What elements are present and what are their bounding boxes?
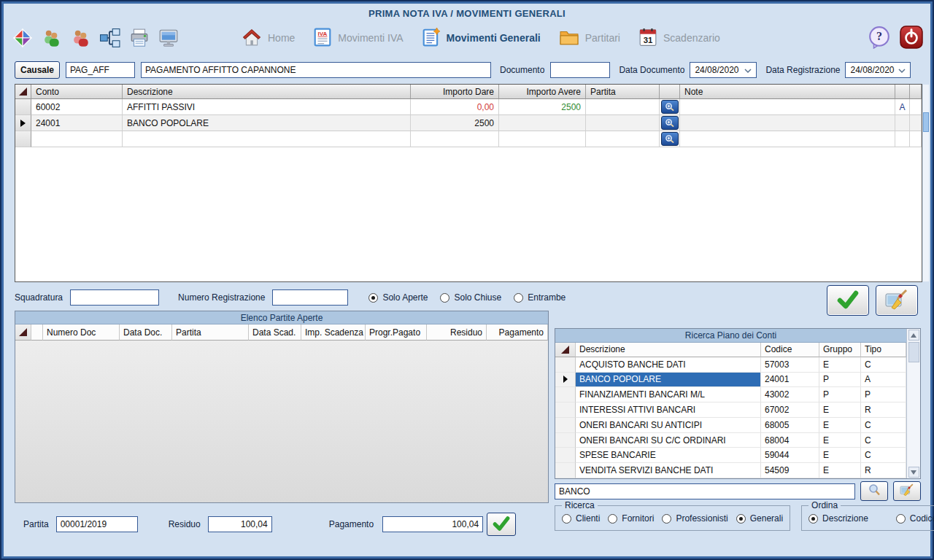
radio-solo-aperte[interactable]: Solo Aperte [368, 292, 428, 303]
cell-partita[interactable] [586, 115, 660, 131]
cell-tipo: C [861, 357, 906, 373]
cell-importo-avere[interactable]: 2500 [499, 99, 586, 115]
account-row[interactable]: SPESE BANCARIE 59044 E C [555, 448, 906, 463]
calendar-31-icon: 31 [639, 28, 657, 49]
radio-entrambe[interactable]: Entrambe [514, 292, 566, 303]
cell-importo-avere[interactable] [499, 115, 586, 131]
partita-lookup-button[interactable] [661, 100, 679, 114]
squadratura-input[interactable] [70, 289, 159, 306]
cell-conto[interactable] [31, 131, 123, 147]
scrollbar-thumb[interactable] [908, 342, 919, 362]
causale-code-input[interactable] [66, 62, 135, 78]
select-all-corner[interactable] [555, 343, 576, 357]
users-green-icon[interactable] [40, 26, 63, 50]
account-row[interactable]: ACQUISTO BANCHE DATI 57003 E C [555, 357, 906, 373]
radio-ordina-codice[interactable]: Codice [896, 513, 934, 524]
cell-note[interactable] [680, 99, 895, 115]
account-row-selected[interactable]: BANCO POPOLARE 24001 P A [555, 373, 906, 388]
scroll-up-button[interactable] [908, 330, 919, 341]
radio-clienti[interactable]: Clienti [562, 513, 600, 524]
residuo-input[interactable] [208, 516, 272, 532]
cell-importo-dare[interactable]: 0,00 [411, 99, 499, 115]
numero-registrazione-input[interactable] [272, 289, 348, 306]
scrollbar-track[interactable] [908, 341, 919, 467]
radio-solo-chiuse[interactable]: Solo Chiuse [440, 292, 501, 303]
cell-importo-avere[interactable] [499, 131, 586, 147]
causale-button[interactable]: Causale [15, 61, 60, 79]
tab-movimenti-generali[interactable]: Movimenti Generali [422, 28, 541, 49]
cell-extra[interactable] [910, 99, 922, 115]
current-row-arrow-icon [20, 120, 26, 127]
confirm-payment-button[interactable] [487, 513, 516, 536]
scroll-down-button[interactable] [908, 467, 919, 478]
partita-input[interactable] [56, 516, 138, 532]
cell-descrizione[interactable]: BANCO POPOLARE [123, 115, 411, 131]
data-documento-dropdown[interactable]: 24/08/2020 [690, 62, 757, 78]
conti-vertical-scrollbar[interactable] [906, 329, 920, 478]
radio-fornitori[interactable]: Fornitori [608, 513, 654, 524]
col-header: Partita [172, 324, 249, 341]
cell-importo-dare[interactable]: 2500 [411, 115, 499, 131]
account-row[interactable]: FINANZIAMENTI BANCARI M/L 43002 P P [555, 387, 906, 402]
nav-label: Partitari [585, 32, 620, 44]
cell-importo-dare[interactable] [411, 131, 499, 147]
tab-home[interactable]: Home [242, 28, 295, 48]
row-selector-current[interactable] [15, 115, 31, 131]
radio-generali[interactable]: Generali [736, 513, 783, 524]
cell-note[interactable] [680, 115, 895, 131]
monitor-icon[interactable] [157, 26, 180, 50]
search-button[interactable] [860, 481, 888, 501]
cell-flag[interactable]: A [895, 99, 910, 115]
account-row[interactable]: ONERI BANCARI SU ANTICIPI 68005 E C [555, 418, 906, 433]
cell-conto[interactable]: 24001 [31, 115, 123, 131]
svg-text:IVA: IVA [318, 30, 328, 36]
row-selector[interactable] [15, 131, 31, 147]
cell-descrizione[interactable] [123, 131, 411, 147]
partita-lookup-button[interactable] [661, 116, 679, 130]
confirm-button[interactable] [827, 285, 869, 316]
data-registrazione-label: Data Registrazione [765, 65, 840, 75]
toolbar [11, 25, 180, 51]
hierarchy-icon[interactable] [99, 26, 122, 50]
print-icon[interactable] [128, 26, 151, 50]
pagamento-input[interactable] [382, 516, 483, 532]
help-icon[interactable]: ? [868, 26, 891, 51]
cell-flag[interactable] [895, 131, 910, 147]
tab-movimenti-iva[interactable]: IVA Movimenti IVA [314, 28, 403, 49]
row-selector[interactable] [15, 99, 31, 115]
users-red-icon[interactable] [69, 26, 93, 50]
partita-lookup-button[interactable] [661, 132, 679, 146]
cell-note[interactable] [680, 131, 895, 147]
select-all-corner[interactable] [15, 85, 31, 99]
cell-extra[interactable] [910, 115, 922, 131]
cell-descrizione[interactable]: AFFITTI PASSIVI [123, 99, 411, 115]
clear-search-button[interactable] [893, 481, 921, 501]
check-icon [835, 289, 861, 313]
cell-flag[interactable] [895, 115, 910, 131]
clear-form-button[interactable] [876, 285, 918, 316]
col-header: Descrizione [576, 343, 761, 357]
radio-ordina-descrizione[interactable]: Descrizione [808, 513, 868, 524]
tab-partitari[interactable]: Partitari [560, 29, 620, 47]
causale-description-input[interactable] [141, 62, 491, 78]
cube-icon[interactable] [11, 26, 34, 50]
radio-icon [662, 514, 671, 524]
scrollbar-thumb[interactable] [923, 112, 929, 132]
data-registrazione-dropdown[interactable]: 24/08/2020 [845, 62, 911, 78]
account-row[interactable]: INTERESSI ATTIVI BANCARI 67002 E R [555, 402, 906, 418]
account-row[interactable]: ONERI BANCARI SU C/C ORDINARI 68004 E C [555, 433, 906, 448]
account-row[interactable]: VENDITA SERVIZI BANCHE DATI 54509 E R [555, 463, 906, 478]
cell-partita[interactable] [586, 99, 660, 115]
power-exit-icon[interactable] [900, 26, 923, 51]
cell-partita[interactable] [586, 131, 660, 147]
cell-conto[interactable]: 60002 [31, 99, 123, 115]
tab-scadenzario[interactable]: 31 Scadenzario [639, 28, 720, 49]
radio-professionisti[interactable]: Professionisti [662, 513, 727, 524]
window-title: PRIMA NOTA IVA / MOVIMENTI GENERALI [368, 8, 566, 19]
grid-vertical-scrollbar[interactable] [923, 85, 929, 281]
col-header-importo-dare: Importo Dare [411, 85, 499, 99]
cell-extra[interactable] [910, 131, 922, 147]
account-search-input[interactable] [555, 483, 855, 499]
documento-input[interactable] [550, 62, 610, 78]
select-all-corner[interactable] [15, 324, 31, 341]
